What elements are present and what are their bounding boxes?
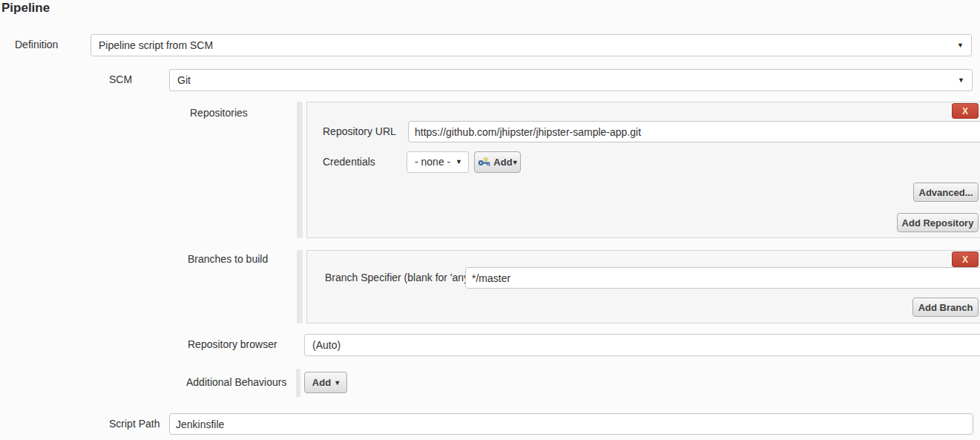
delete-x-icon: X	[962, 255, 968, 265]
repository-url-label: Repository URL	[323, 121, 396, 142]
repository-browser-value: (Auto)	[312, 339, 341, 351]
definition-label: Definition	[15, 34, 58, 56]
caret-down-icon: ▼	[958, 70, 964, 91]
delete-branch-button[interactable]: X	[952, 252, 979, 267]
add-branch-label: Add Branch	[918, 302, 973, 313]
add-credentials-label: Add	[493, 157, 512, 168]
additional-behaviours-label: Additional Behaviours	[186, 372, 286, 393]
caret-down-icon: ▾	[513, 159, 517, 166]
pipeline-config-page: Pipeline Definition Pipeline script from…	[0, 0, 980, 440]
branch-specifier-label: Branch Specifier (blank for 'any')	[325, 267, 474, 289]
credentials-select-value: - none -	[415, 156, 450, 168]
advanced-button-label: Advanced...	[919, 187, 973, 198]
scm-select-value: Git	[177, 74, 191, 86]
script-path-label: Script Path	[109, 413, 160, 435]
delete-repository-button[interactable]: X	[952, 103, 979, 119]
add-branch-button[interactable]: Add Branch	[912, 298, 979, 317]
definition-select[interactable]: Pipeline script from SCM ▼	[91, 34, 972, 56]
additional-behaviours-indent-bar	[296, 369, 300, 397]
branches-to-build-label: Branches to build	[188, 249, 268, 270]
repository-url-input[interactable]	[408, 121, 980, 142]
repository-browser-label: Repository browser	[188, 334, 277, 355]
caret-down-icon: ▼	[456, 152, 462, 172]
repositories-indent-bar	[297, 102, 303, 238]
add-credentials-button[interactable]: Add ▾	[474, 151, 521, 173]
add-repository-button[interactable]: Add Repository	[897, 213, 979, 232]
key-icon	[478, 157, 490, 167]
credentials-select[interactable]: - none - ▼	[407, 151, 469, 173]
page-title: Pipeline	[1, 1, 50, 16]
credentials-label: Credentials	[323, 151, 375, 173]
caret-down-icon: ▾	[335, 379, 339, 387]
repository-browser-select[interactable]: (Auto) ▼	[304, 334, 980, 356]
advanced-button[interactable]: Advanced...	[913, 183, 979, 202]
scm-label: SCM	[109, 69, 132, 91]
branches-indent-bar	[297, 250, 303, 324]
definition-select-value: Pipeline script from SCM	[99, 39, 213, 51]
script-path-input[interactable]	[169, 413, 973, 435]
delete-x-icon: X	[962, 106, 968, 116]
add-repository-label: Add Repository	[902, 217, 974, 229]
branch-specifier-input[interactable]	[465, 267, 980, 289]
caret-down-icon: ▼	[957, 35, 964, 56]
add-behaviour-button[interactable]: Add ▾	[304, 372, 347, 393]
add-behaviour-label: Add	[312, 377, 331, 388]
scm-select[interactable]: Git ▼	[169, 69, 973, 91]
repositories-label: Repositories	[190, 102, 248, 124]
